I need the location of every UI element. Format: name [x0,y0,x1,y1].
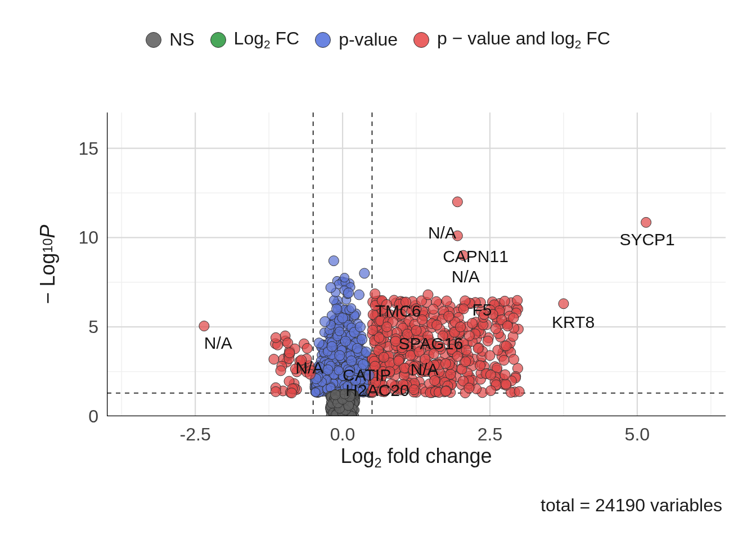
legend-label-both: p − value and log2 FC [437,28,610,51]
svg-point-1318 [199,321,209,331]
svg-point-644 [340,273,349,282]
svg-point-1292 [330,390,340,400]
x-tick-label: 5.0 [625,424,650,445]
svg-point-1306 [355,322,365,332]
svg-point-1361 [473,343,483,353]
svg-point-1334 [399,363,410,373]
svg-point-1369 [559,299,569,309]
svg-point-1363 [485,350,495,361]
svg-point-1120 [475,361,485,371]
svg-point-1216 [485,370,496,380]
svg-point-1296 [326,282,336,292]
svg-point-1360 [467,318,478,328]
svg-point-1273 [271,332,281,343]
legend-label-p: p-value [339,29,398,50]
svg-point-1302 [344,288,354,298]
svg-point-1309 [361,347,371,357]
svg-point-1205 [409,385,419,395]
gene-label: N/A [411,360,439,379]
svg-point-1312 [323,364,333,375]
gene-label: SPAG16 [399,334,464,353]
svg-point-646 [311,388,320,397]
svg-point-951 [499,355,509,365]
svg-point-1221 [485,385,496,395]
svg-point-1246 [500,370,510,380]
total-variables-caption: total = 24190 variables [541,495,722,516]
svg-point-1214 [508,354,519,364]
svg-point-1308 [359,268,370,278]
legend-item-fc: Log2 FC [210,28,300,51]
gene-label: N/A [295,358,323,377]
x-tick-label: 0.0 [330,424,355,445]
svg-point-1317 [357,334,367,344]
svg-point-1294 [314,338,324,348]
svg-point-1315 [327,341,337,352]
svg-point-1323 [302,343,312,353]
svg-point-1271 [269,354,279,364]
svg-point-668 [335,327,344,336]
svg-point-1353 [456,322,466,332]
svg-point-1365 [490,323,501,334]
svg-point-1359 [464,331,474,341]
legend-item-both: p − value and log2 FC [413,28,610,51]
gene-label: CAPN11 [443,247,508,266]
gene-label: H2AC20 [345,381,409,399]
svg-point-1326 [370,289,380,299]
gene-label: SYCP1 [619,230,674,249]
svg-point-1370 [641,217,651,227]
svg-point-619 [347,304,356,313]
plot-panel: N/AN/ACATIPH2AC20TMC6SPAG16N/AN/ACAPN11N… [107,112,726,416]
x-tick-label: 2.5 [478,424,502,445]
svg-point-1138 [428,304,438,314]
gene-label: KRT8 [552,313,595,331]
svg-point-1298 [332,304,342,314]
y-axis-label: − Log10 P [31,112,65,416]
legend-label-fc: Log2 FC [234,28,300,51]
gene-label: F5 [472,300,492,319]
svg-point-1327 [374,332,384,343]
svg-point-1368 [508,313,519,323]
svg-point-1297 [328,256,339,266]
svg-point-1213 [440,386,451,396]
legend-label-ns: NS [169,29,194,50]
svg-point-1300 [338,313,348,323]
svg-point-1349 [444,311,454,321]
svg-point-1134 [501,341,511,351]
gene-label: TMC6 [375,302,421,320]
svg-point-1174 [514,386,524,397]
svg-point-1354 [452,197,462,207]
svg-point-652 [334,366,343,375]
legend-item-p: p-value [315,29,398,50]
svg-point-1342 [423,290,433,300]
svg-point-1156 [501,379,511,389]
legend-dot-p [315,32,331,48]
svg-point-973 [483,336,493,346]
svg-point-1303 [346,356,357,366]
svg-point-1301 [340,336,350,346]
x-tick-label: -2.5 [180,424,211,445]
svg-point-1348 [440,358,451,368]
svg-point-1279 [271,386,281,397]
legend-dot-ns [146,32,161,48]
svg-point-1329 [382,322,392,332]
svg-point-1319 [276,366,286,376]
svg-point-1276 [286,388,296,398]
svg-point-1328 [379,352,389,362]
svg-point-1150 [442,296,452,306]
svg-point-1152 [464,383,474,393]
svg-point-1299 [335,350,345,361]
legend-dot-fc [210,32,226,48]
svg-point-1295 [320,317,330,327]
legend: NS Log2 FC p-value p − value and log2 FC [0,28,756,51]
plot-svg: N/AN/ACATIPH2AC20TMC6SPAG16N/AN/ACAPN11N… [107,112,726,416]
legend-dot-both [413,32,429,48]
svg-point-1320 [285,348,295,358]
gene-label: N/A [204,334,232,352]
gene-label: N/A [428,223,456,242]
svg-point-1114 [500,296,510,306]
svg-point-1345 [432,320,442,330]
legend-item-ns: NS [146,29,194,50]
x-axis-label: Log2 fold change [107,444,726,471]
svg-point-1222 [512,295,523,305]
volcano-plot-figure: NS Log2 FC p-value p − value and log2 FC… [0,0,756,540]
